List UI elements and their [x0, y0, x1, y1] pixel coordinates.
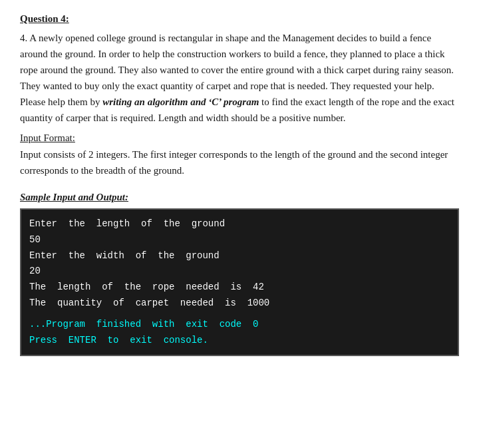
question-body: 4. A newly opened college ground is rect… [20, 30, 459, 126]
question-title: Question 4: [20, 13, 459, 25]
question-section: Question 4: 4. A newly opened college gr… [20, 13, 459, 356]
input-format-body: Input consists of 2 integers. The first … [20, 146, 459, 178]
input-format-title: Input Format: [20, 132, 459, 144]
terminal-line-1: Enter the length of the ground [29, 216, 450, 232]
sample-io-title: Sample Input and Output: [20, 192, 459, 203]
terminal-line-4: 20 [29, 264, 450, 280]
terminal-spacer [29, 312, 450, 317]
terminal-line-5: The length of the rope needed is 42 [29, 280, 450, 296]
terminal-line-3: Enter the width of the ground [29, 248, 450, 264]
question-text-emphasis: writing an algorithm and ‘C’ program [102, 97, 259, 107]
terminal-output: Enter the length of the ground 50 Enter … [20, 208, 459, 356]
terminal-line-6: The quantity of carpet needed is 1000 [29, 296, 450, 312]
terminal-line-8: Press ENTER to exit console. [29, 333, 450, 349]
terminal-line-2: 50 [29, 232, 450, 248]
terminal-line-7: ...Program finished with exit code 0 [29, 317, 450, 333]
